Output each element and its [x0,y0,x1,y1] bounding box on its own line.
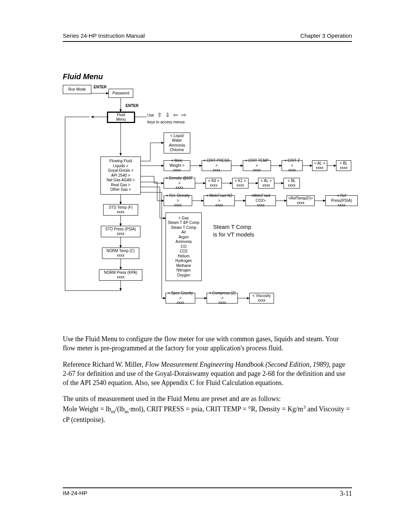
header-left: Series 24-HP Instruction Manual [63,32,145,39]
crit-z-label: < CRIT Z > xxxx [283,158,301,173]
bl-label: < BL xxxx [340,161,348,171]
crit-press-box: < CRIT PRESS > xxxx [202,160,231,171]
norm-temp-box: NORM Temp (C) xxxx [102,248,139,259]
flowing-fluid-box: Flowing Fluid Liquids > Goyal-Dorais > A… [100,157,141,195]
gas-list-label: < Gas Steam T &P Comp Steam T Comp Air A… [168,216,199,278]
arrow-keys-icon: ⇧ ⇩ ⇦ ⇨ [157,112,187,118]
use-label: Use [147,113,154,117]
steam-note: Steam T Comp is for VT models [213,223,254,238]
k1-label: < K1 > xxxx [235,179,246,188]
density-60f-box: < Density @60F > xxxx [164,178,195,189]
molefract-n2-box: < MoleFract N2 > xxxx [204,195,235,206]
crit-press-label: < CRIT PRESS > xxxx [203,158,230,173]
bl2-label: < BL xxxx [288,179,296,188]
molefract-co2-label: <MoleFract CO2> xxxx [247,193,274,208]
p3-b2: /(lb [115,405,124,413]
enter-label-2: ENTER [126,104,139,108]
k1-box: < K1 > xxxx [232,178,249,189]
page: Series 24-HP Instruction Manual Chapter … [63,32,352,431]
rel-density-box: < Rel. Density > xxxx [164,195,192,206]
p3-sub2: m [124,408,129,414]
al2-box: < AL > xxxx [258,178,274,189]
al-box: < AL > xxxx [312,160,327,171]
std-press-label: STD Press (PSIA) xxxx [105,227,136,236]
crit-z-box: < CRIT Z > xxxx [282,160,303,171]
refpresspsia-label: < Ref Press(PSIA) xxxx [327,193,356,208]
rel-density-label: < Rel. Density > xxxx [165,193,191,208]
crit-temp-label: < CRIT TEMP > xxxx [244,158,269,173]
para-3: The units of measurement used in the Flu… [63,394,352,424]
norm-press-label: NORM Press (KPA) xxxx [104,270,137,280]
gas-list-box: < Gas Steam T &P Comp Steam T Comp Air A… [166,212,202,281]
p2-italic: Flow Measurement Engineering Handbook (S… [145,361,330,368]
para-2: Reference Richard W. Miller, Flow Measur… [63,360,352,388]
compress-z-label: < Compress (Z) > xxxx [208,291,236,305]
mole-weight-box: < Mole Weight > xxxx [164,160,190,171]
run-mode-label: Run Mode [68,87,86,92]
mole-weight-label: < Mole Weight > xxxx [165,158,189,173]
fluid-menu-label: Fluid Menu [116,113,126,122]
p2-a: Reference Richard W. Miller, [63,361,145,368]
al-label: < AL > xxxx [314,161,325,171]
k0-box: < K0 > xxxx [206,178,222,189]
al2-label: < AL > xxxx [261,179,272,188]
bl-box: < BL xxxx [336,160,351,171]
use-keys-label: keys to access menus [147,120,185,124]
spec-gravity-box: < Spec Gravity > xxxx [166,293,195,304]
flowing-fluid-label: Flowing Fluid Liquids > Goyal-Dorais > A… [107,159,135,192]
password-label: Password [113,91,129,96]
liquid-list-box: < Liquid Water Ammonia Chlorine [164,133,190,153]
bl2-box: < BL xxxx [284,178,300,189]
p3-a: The units of measurement used in the Flu… [63,395,281,403]
fluid-menu-diagram: Run Mode Password ENTER ENTER Fluid Menu… [63,85,352,315]
footer-rule [63,487,352,488]
crit-temp-box: < CRIT TEMP > xxxx [243,160,271,171]
viscosity-label: < Viscosity xxxx [253,294,271,303]
norm-press-box: NORM Press (KPA) xxxx [99,269,142,281]
molefract-n2-label: < MoleFract N2 > xxxx [205,193,233,208]
para-1: Use the Fluid Menu to configure the flow… [63,334,352,353]
footer-right: 3-11 [340,490,352,498]
spec-gravity-label: < Spec Gravity > xxxx [167,291,194,305]
enter-label-1: ENTER [94,85,107,89]
liquid-list-label: < Liquid Water Ammonia Chlorine [169,134,185,153]
viscosity-box: < Viscosity xxxx [249,293,274,304]
body-text: Use the Fluid Menu to configure the flow… [63,334,352,424]
refpresspsia-box: < Ref Press(PSIA) xxxx [325,195,358,206]
steam-note-label: Steam T Comp is for VT models [213,224,254,238]
fluid-menu-box: Fluid Menu [107,112,135,123]
footer: IM-24-HP 3-11 [63,487,352,498]
density-60f-label: < Density @60F > xxxx [165,176,194,190]
reftempf-label: <RefTemp(F)> xxxx [288,196,313,206]
password-box: Password [108,89,133,98]
compress-z-box: < Compress (Z) > xxxx [207,293,238,304]
k0-label: < K0 > xxxx [208,179,219,188]
molefract-co2-box: <MoleFract CO2> xxxx [245,195,276,206]
p3-b3: ·mol), CRIT PRESS = psia, CRIT TEMP = °R… [129,405,303,413]
norm-temp-label: NORM Temp (C) xxxx [107,249,135,258]
header: Series 24-HP Instruction Manual Chapter … [63,32,352,41]
header-rule [63,41,352,42]
p3-sub1: m [111,408,115,414]
std-temp-box: STD Temp (F) xxxx [103,204,138,216]
footer-left: IM-24-HP [63,490,87,498]
std-temp-label: STD Temp (F) xxxx [109,205,133,215]
p3-b1: Mole Weight = lb [63,405,111,413]
section-title: Fluid Menu [63,72,352,81]
std-press-box: STD Press (PSIA) xxxx [101,226,140,237]
run-mode-box: Run Mode [63,85,91,94]
header-right: Chapter 3 Operation [300,32,352,39]
reftempf-box: <RefTemp(F)> xxxx [287,195,315,206]
